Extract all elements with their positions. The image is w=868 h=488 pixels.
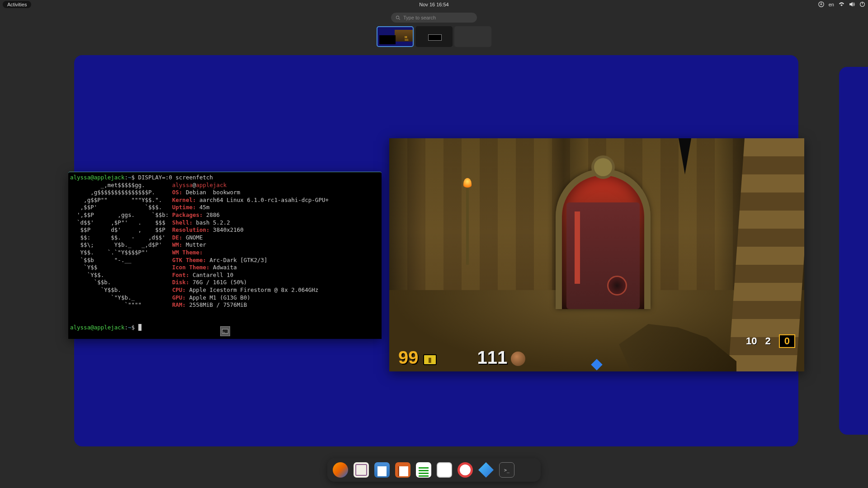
search-placeholder: Type to search xyxy=(403,15,436,20)
search-icon xyxy=(396,15,401,20)
dock-files[interactable] xyxy=(354,462,369,478)
activities-button[interactable]: Activities xyxy=(3,1,31,8)
accessibility-icon[interactable] xyxy=(818,1,824,8)
svg-point-1 xyxy=(821,2,821,3)
archway xyxy=(556,169,651,309)
svg-point-4 xyxy=(396,16,399,19)
workspace-1[interactable]: alyssa@applejack:~$ DISPLAY=:0 screenfet… xyxy=(74,55,798,446)
clock[interactable]: Nov 16 16:54 xyxy=(419,2,448,7)
dock-rhythmbox[interactable] xyxy=(478,462,494,478)
hud-armor-value: 99 xyxy=(398,347,419,368)
dock-calc[interactable] xyxy=(416,462,431,478)
dock-impress[interactable] xyxy=(395,462,410,478)
terminal-output: alyssa@applejack:~$ DISPLAY=:0 screenfet… xyxy=(68,172,382,333)
torch-icon xyxy=(466,188,469,265)
wifi-icon[interactable] xyxy=(839,1,844,8)
terminal-app-icon xyxy=(220,326,230,336)
dock-terminal[interactable] xyxy=(499,462,514,478)
player-head-icon xyxy=(511,352,525,366)
game-hud: 99 ▮ 111 xyxy=(389,345,804,368)
terminal-window[interactable]: alyssa@applejack:~$ DISPLAY=:0 screenfet… xyxy=(68,172,382,339)
dock xyxy=(327,458,541,482)
dock-writer[interactable] xyxy=(374,462,390,478)
game-window[interactable]: 10 2 0 99 ▮ 111 xyxy=(389,138,804,371)
top-bar: Activities Nov 16 16:54 en xyxy=(0,0,868,9)
armor-icon: ▮ xyxy=(423,354,437,365)
workspace-2-peek[interactable] xyxy=(839,67,868,435)
search-input[interactable]: Type to search xyxy=(391,13,477,23)
workspace-thumbnails: 99 111 xyxy=(377,26,491,47)
dock-help[interactable] xyxy=(458,462,473,478)
workspace-thumb-1[interactable]: 99 111 xyxy=(377,26,414,47)
dock-software[interactable] xyxy=(437,462,452,478)
svg-line-5 xyxy=(399,18,400,19)
workspace-thumb-3[interactable] xyxy=(454,26,491,47)
hud-health-value: 111 xyxy=(477,347,508,368)
system-tray[interactable]: en xyxy=(818,1,865,8)
dock-firefox[interactable] xyxy=(333,462,348,478)
dock-show-apps[interactable] xyxy=(520,462,535,478)
power-icon[interactable] xyxy=(859,1,865,8)
volume-icon[interactable] xyxy=(849,1,855,8)
keyboard-lang[interactable]: en xyxy=(829,2,834,7)
workspace-thumb-2[interactable] xyxy=(415,26,453,47)
